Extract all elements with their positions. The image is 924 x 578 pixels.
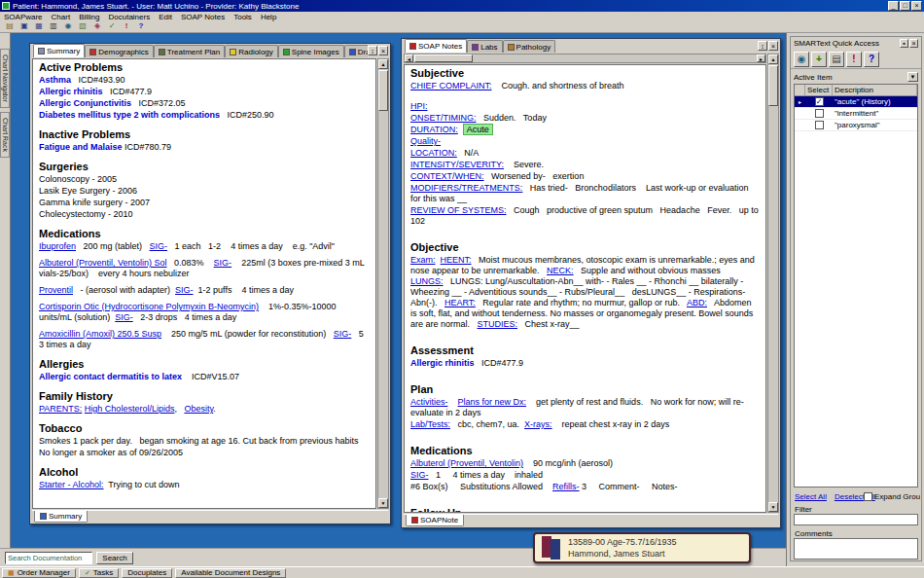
menu-help[interactable]: Help <box>261 13 276 21</box>
problem-link[interactable]: Allergic rhinitis <box>39 87 103 96</box>
scroll-thumb[interactable] <box>768 65 778 106</box>
row-checkbox[interactable] <box>815 97 824 106</box>
summary-scrollbar[interactable] <box>377 58 389 509</box>
inline-link[interactable]: DURATION: <box>410 125 458 134</box>
pin-icon[interactable] <box>368 46 377 55</box>
minimize-button[interactable]: _ <box>888 1 899 11</box>
problem-link[interactable]: Allergic rhinitis <box>410 358 475 368</box>
filter-input[interactable] <box>794 514 918 525</box>
inline-link[interactable]: HEART: <box>444 298 476 307</box>
tab-labs[interactable]: Labs <box>467 40 502 53</box>
smartext-row[interactable]: "intermittent" <box>795 108 917 120</box>
open-chart-icon[interactable]: ▣ <box>18 21 30 32</box>
inline-link[interactable]: Obesity <box>184 404 213 414</box>
problem-link[interactable]: Allergic contact dermatitis to latex <box>39 372 182 381</box>
tab-demographics[interactable]: Demographics <box>85 45 154 57</box>
statusbar-docuplates[interactable]: Docuplates <box>122 568 172 578</box>
pin-icon[interactable] <box>758 41 767 51</box>
alert-icon[interactable]: ! <box>846 52 862 67</box>
menu-soapware[interactable]: SOAPware <box>4 13 43 21</box>
inline-link[interactable]: SIG- <box>410 470 429 480</box>
help-icon[interactable]: ? <box>135 21 147 32</box>
tab-summary[interactable]: Summary <box>33 44 85 57</box>
inline-link[interactable]: Exam: <box>410 255 436 265</box>
tasks-icon[interactable]: ✓ <box>106 21 118 32</box>
scroll-left-icon[interactable] <box>405 54 413 62</box>
bottom-tab-summary[interactable]: Summary <box>34 511 88 523</box>
medications-icon[interactable]: ◈ <box>91 21 103 32</box>
scroll-up-icon[interactable] <box>378 59 388 69</box>
inline-link[interactable]: Proventil <box>39 285 73 295</box>
new-note-icon[interactable]: ▧ <box>77 21 89 32</box>
inline-link[interactable]: STUDIES: <box>478 319 518 329</box>
close-button[interactable]: × <box>911 1 922 11</box>
insert-icon[interactable]: + <box>811 52 827 67</box>
problem-link[interactable]: Asthma <box>39 75 71 85</box>
inline-link[interactable]: SIG- <box>175 285 194 295</box>
inline-link[interactable]: Albuterol (Proventil, Ventolin) Sol <box>39 258 167 268</box>
select-all-link[interactable]: Select All <box>795 492 827 501</box>
side-tab-chart-navigator[interactable]: Chart Navigator <box>0 49 10 108</box>
scroll-right-icon[interactable] <box>757 54 765 62</box>
tab-pathology[interactable]: Pathology <box>503 40 556 53</box>
inline-link[interactable]: HEENT: <box>441 255 472 265</box>
statusbar-tasks[interactable]: ✓Tasks <box>79 568 119 578</box>
tab-spine-images[interactable]: Spine Images <box>278 45 344 57</box>
inline-link[interactable]: LUNGS: <box>410 276 444 286</box>
inline-link[interactable]: Cortisporin Otic (Hydrocortisone Polymyx… <box>39 302 259 311</box>
inline-link[interactable]: Albuterol (Proventil, Ventolin) <box>410 458 523 468</box>
inline-link[interactable]: SIG- <box>214 258 232 268</box>
smartext-row[interactable]: "paroxysmal" <box>795 120 917 131</box>
search-button[interactable]: Search <box>96 552 133 564</box>
inline-link[interactable]: X-rays: <box>524 419 552 429</box>
inline-link[interactable]: CHIEF COMPLAINT: <box>410 81 492 90</box>
close-icon[interactable] <box>768 41 778 51</box>
chart-rack-icon[interactable]: ▤ <box>4 21 16 32</box>
tab-radiology[interactable]: Radiology <box>225 45 278 57</box>
chevron-down-icon[interactable] <box>907 72 918 82</box>
tab-drawings[interactable]: Drawings <box>344 45 368 57</box>
inline-link[interactable]: ABD: <box>687 298 707 307</box>
inline-link[interactable]: Activities- <box>410 397 448 407</box>
scroll-thumb[interactable] <box>414 54 473 62</box>
menu-billing[interactable]: Billing <box>79 13 99 21</box>
save-icon[interactable]: ▦ <box>33 21 45 32</box>
pin-icon[interactable]: ▪ <box>900 39 908 48</box>
smartext-row[interactable]: "acute" (History) <box>795 96 917 108</box>
find-icon[interactable]: ◉ <box>794 52 809 67</box>
inline-link[interactable]: Ibuprofen <box>39 241 76 251</box>
inline-link[interactable]: Refills- <box>552 482 580 491</box>
scroll-up-icon[interactable] <box>768 54 778 64</box>
scroll-down-icon[interactable] <box>378 498 388 508</box>
close-icon[interactable] <box>378 46 388 55</box>
search-icon[interactable]: ◉ <box>62 21 74 32</box>
inline-link[interactable]: HPI: <box>410 101 428 111</box>
inline-link[interactable]: REVIEW OF SYSTEMS: <box>410 205 507 215</box>
expand-group-checkbox[interactable] <box>864 492 872 501</box>
inline-link[interactable]: MODIFIERS/TREATMENTS: <box>410 183 522 193</box>
problem-link[interactable]: Fatigue and Malaise <box>39 142 123 152</box>
soap-horizontal-scrollbar[interactable] <box>404 54 766 63</box>
side-tab-chart-rack[interactable]: Chart Rack <box>0 112 10 158</box>
row-checkbox[interactable] <box>815 109 824 118</box>
print-icon[interactable]: ▤ <box>829 52 844 67</box>
inline-link[interactable]: Plans for new Dx: <box>458 397 527 407</box>
tab-treatment-plan[interactable]: Treatment Plan <box>154 45 225 57</box>
statusbar-order-manager[interactable]: ▦Order Manager <box>2 568 76 578</box>
search-documentation-input[interactable]: Search Documentation <box>5 552 92 564</box>
inline-link[interactable]: High Cholesterol/Lipids <box>85 404 175 414</box>
inline-link[interactable]: ONSET/TIMING: <box>410 113 477 123</box>
row-checkbox[interactable] <box>815 121 824 129</box>
inline-link[interactable]: SIG- <box>115 312 133 322</box>
inline-link[interactable]: LOCATION: <box>410 148 457 158</box>
inline-link[interactable]: CONTEXT/WHEN: <box>410 171 484 181</box>
maximize-button[interactable]: □ <box>900 1 910 11</box>
inline-link[interactable]: Quality- <box>410 136 441 146</box>
highlighted-term[interactable]: Acute <box>463 124 494 135</box>
menu-tools[interactable]: Tools <box>233 13 252 21</box>
menu-soap-notes[interactable]: SOAP Notes <box>181 13 225 21</box>
soap-scrollbar[interactable] <box>767 54 779 513</box>
menu-edit[interactable]: Edit <box>159 13 172 21</box>
print-icon[interactable]: ▥ <box>48 21 59 32</box>
comments-textarea[interactable] <box>794 538 918 560</box>
